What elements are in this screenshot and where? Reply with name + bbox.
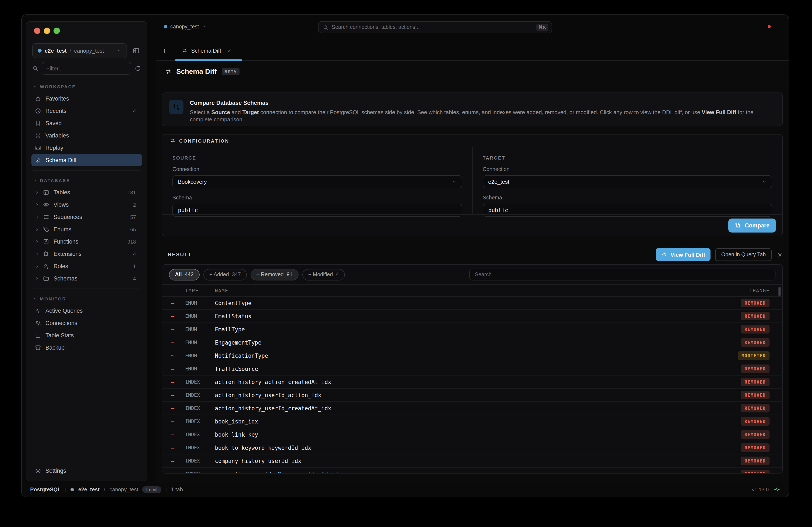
chevron-right-icon	[35, 264, 40, 269]
sidebar-filter-input[interactable]	[42, 62, 131, 75]
object-name: EngagementType	[215, 339, 741, 346]
filter-chip-all[interactable]: All442	[169, 269, 200, 280]
collapse-sidebar-icon[interactable]	[131, 46, 141, 56]
compare-button[interactable]: Compare	[728, 218, 776, 232]
compare-button-label: Compare	[745, 222, 770, 228]
shortcut-badge: ⌘K	[536, 24, 548, 31]
sidebar-item-roles[interactable]: Roles1	[31, 260, 142, 272]
change-badge: REMOVED	[741, 391, 770, 399]
sidebar-item-connections[interactable]: Connections	[31, 317, 142, 329]
open-in-query-tab-label: Open in Query Tab	[721, 252, 766, 258]
object-type: ENUM	[185, 300, 215, 306]
connection-selector[interactable]: e2e_test / canopy_test	[32, 43, 127, 58]
diff-row[interactable]: –ENUMEmailStatusREMOVED	[162, 310, 782, 323]
section-header-database[interactable]: DATABASE	[31, 177, 142, 184]
close-result-icon[interactable]	[777, 252, 783, 257]
sidebar-item-schemas[interactable]: Schemas4	[31, 272, 142, 285]
diff-row[interactable]: –INDEXaction_history_userId_createdAt_id…	[162, 402, 782, 415]
close-icon[interactable]	[227, 48, 231, 53]
diff-row[interactable]: –ENUMEmailTypeREMOVED	[162, 323, 782, 336]
diff-row[interactable]: –INDEXaction_history_action_createdAt_id…	[162, 376, 782, 389]
new-tab-button[interactable]	[159, 46, 170, 56]
filter-chip-modified[interactable]: ~ Modified4	[302, 269, 345, 280]
diff-row[interactable]: –ENUMTrafficSourceREMOVED	[162, 362, 782, 376]
app-version: v1.13.0	[752, 486, 769, 493]
diff-row[interactable]: –INDEXaction_history_userId_action_idxRE…	[162, 389, 782, 402]
change-badge: REMOVED	[741, 470, 770, 473]
tab-label: Schema Diff	[191, 47, 221, 54]
sidebar-item-saved[interactable]: Saved	[31, 117, 142, 130]
sidebar-item-label: Functions	[54, 239, 123, 245]
diff-row[interactable]: –INDEXcompany_history_userId_idxREMOVED	[162, 454, 782, 468]
sidebar-item-table-stats[interactable]: Table Stats	[31, 329, 142, 342]
sidebar-item-label: Tables	[54, 189, 123, 196]
bar-chart-icon	[35, 332, 41, 338]
object-name: action_history_action_createdAt_idx	[215, 379, 741, 385]
sidebar-item-functions[interactable]: Functions918	[31, 236, 142, 248]
sidebar-item-label: Saved	[45, 120, 136, 126]
view-full-diff-button[interactable]: View Full Diff	[656, 248, 711, 261]
app-window: e2e_test / canopy_test WORKSPACEFavorite…	[21, 14, 789, 497]
diff-row[interactable]: –INDEXbook_to_keyword_keywordId_idxREMOV…	[162, 441, 782, 454]
diff-row[interactable]: –INDEXbook_isbn_idxREMOVED	[162, 415, 782, 428]
diff-row[interactable]: –ENUMEngagementTypeREMOVED	[162, 336, 782, 349]
open-in-query-tab-button[interactable]: Open in Query Tab	[715, 248, 772, 261]
sidebar-item-variables[interactable]: Variables	[31, 130, 142, 142]
diff-row[interactable]: ~ENUMNotificationTypeMODIFIED	[162, 349, 782, 362]
object-type: ENUM	[185, 313, 215, 319]
object-name: connection_providerName_providerId_idx	[215, 471, 741, 473]
filter-chip-added[interactable]: + Added347	[203, 269, 247, 280]
object-name: action_history_userId_action_idx	[215, 392, 741, 398]
git-compare-icon	[735, 222, 741, 228]
sidebar-item-favorites[interactable]: Favorites	[31, 92, 142, 105]
connection-status-dot	[38, 49, 42, 52]
section-header-monitor[interactable]: MONITOR	[31, 295, 142, 303]
database-selector[interactable]: canopy_test	[161, 21, 209, 33]
tab-schema-diff[interactable]: Schema Diff	[175, 41, 238, 60]
sidebar-item-schema-diff[interactable]: Schema Diff	[31, 154, 142, 166]
zoom-window-button[interactable]	[54, 28, 60, 34]
change-symbol: –	[171, 431, 185, 438]
source-schema-label: Schema	[172, 195, 462, 201]
sidebar-item-recents[interactable]: Recents4	[31, 105, 142, 117]
sidebar-item-backup[interactable]: Backup	[31, 342, 142, 354]
search-icon	[323, 25, 328, 30]
sidebar-item-extensions[interactable]: Extensions4	[31, 248, 142, 260]
global-search-input[interactable]	[332, 24, 533, 30]
global-search[interactable]: ⌘K	[318, 21, 552, 33]
sidebar-item-label: Connections	[45, 320, 136, 326]
swap-icon	[35, 157, 41, 163]
close-window-button[interactable]	[34, 28, 40, 34]
change-symbol: –	[171, 405, 185, 411]
sidebar-item-sequences[interactable]: Sequences57	[31, 211, 142, 223]
change-badge: REMOVED	[741, 312, 770, 320]
film-icon	[35, 145, 41, 151]
target-connection-select[interactable]: e2e_test	[483, 175, 772, 189]
database-selector-label: canopy_test	[170, 24, 199, 30]
diff-row[interactable]: –INDEXbook_link_keyREMOVED	[162, 428, 782, 441]
object-type: INDEX	[185, 471, 215, 473]
source-connection-select[interactable]: Bookcovery	[172, 175, 462, 189]
target-schema-label: Schema	[483, 195, 772, 201]
diff-row[interactable]: –ENUMContentTypeREMOVED	[162, 297, 782, 310]
sidebar-item-enums[interactable]: Enums65	[31, 223, 142, 236]
diff-row[interactable]: –INDEXconnection_providerName_providerId…	[162, 468, 782, 473]
function-square-icon	[43, 239, 49, 245]
change-badge: REMOVED	[741, 325, 770, 333]
sidebar-item-tables[interactable]: Tables131	[31, 186, 142, 199]
minimize-window-button[interactable]	[44, 28, 50, 34]
section-header-workspace[interactable]: WORKSPACE	[31, 83, 142, 90]
sidebar-item-settings[interactable]: Settings	[31, 464, 142, 477]
object-name: book_to_keyword_keywordId_idx	[215, 445, 741, 451]
filter-chip-removed[interactable]: – Removed91	[250, 269, 299, 280]
change-symbol: –	[171, 339, 185, 346]
change-symbol: ~	[171, 352, 185, 359]
refresh-icon[interactable]	[135, 65, 141, 72]
result-search-input[interactable]	[469, 269, 775, 281]
separator: |	[165, 486, 167, 493]
scrollbar-thumb[interactable]	[779, 287, 781, 296]
sidebar-item-active-queries[interactable]: Active Queries	[31, 305, 142, 317]
info-description: Select a Source and Target connection to…	[190, 109, 755, 123]
sidebar-item-views[interactable]: Views2	[31, 199, 142, 211]
sidebar-item-replay[interactable]: Replay	[31, 142, 142, 154]
